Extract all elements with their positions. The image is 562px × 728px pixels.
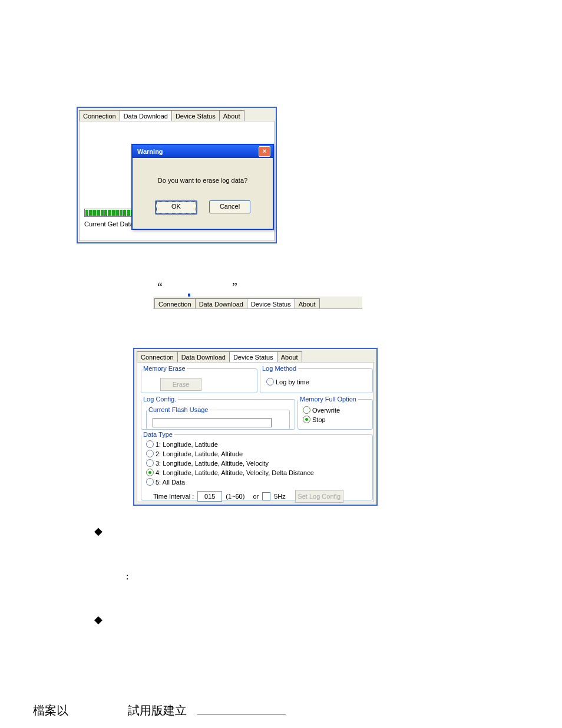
memory-full-option-group: Memory Full Option Overwrite Stop: [297, 396, 373, 430]
time-interval-label: Time Interval :: [153, 493, 194, 500]
radio-icon[interactable]: [303, 406, 310, 414]
tab-about[interactable]: About: [219, 110, 244, 122]
dialog-titlebar[interactable]: Warning ×: [133, 145, 273, 158]
data-download-window: Connection Data Download Device Status A…: [77, 107, 277, 243]
radio-icon[interactable]: [146, 469, 154, 476]
datatype-option-4: 4: Longitude, Latitude, Altitude, Veloci…: [156, 469, 314, 476]
close-icon[interactable]: ×: [259, 146, 270, 157]
ok-button[interactable]: OK: [155, 200, 197, 215]
tab-data-download[interactable]: Data Download: [120, 110, 172, 122]
tab-row: Connection Data Download Device Status A…: [79, 110, 244, 122]
quote-mark-left: “: [157, 281, 163, 294]
five-hz-label: 5Hz: [274, 493, 286, 500]
footer-text-mid: 試用版建立: [128, 703, 187, 719]
tab-row: Connection Data Download Device Status A…: [137, 351, 302, 363]
current-get-data-label: Current Get Data:: [84, 220, 135, 228]
tab-connection[interactable]: Connection: [137, 351, 178, 363]
device-status-window: Connection Data Download Device Status A…: [133, 348, 378, 506]
tab-about[interactable]: About: [277, 351, 302, 363]
mid-tab-strip: Connection Data Download Device Status A…: [153, 297, 362, 310]
tab-data-download[interactable]: Data Download: [177, 351, 230, 363]
datatype-option-5: 5: All Data: [156, 479, 185, 486]
diamond-bullet-icon: ◆: [94, 525, 103, 538]
tab-body: Memory Erase Erase Log Method Log by tim…: [137, 362, 374, 502]
log-method-legend: Log Method: [260, 365, 298, 372]
footer-underline: [197, 714, 286, 714]
tab-body: Current Get Data: Warning × Do you want …: [79, 121, 275, 241]
tab-device-status[interactable]: Device Status: [229, 351, 277, 363]
quote-mark-right: ”: [232, 281, 237, 294]
footer-text-left: 檔案以: [33, 703, 68, 719]
diamond-bullet-icon: ◆: [94, 613, 103, 626]
memory-full-option-legend: Memory Full Option: [298, 396, 358, 403]
five-hz-checkbox[interactable]: [262, 492, 270, 500]
tab-device-status[interactable]: Device Status: [171, 110, 220, 122]
datatype-option-2: 2: Longitude, Latitude, Altitude: [156, 450, 243, 457]
log-method-group: Log Method Log by time: [260, 365, 373, 393]
datatype-option-3: 3: Longitude, Latitude, Altitude, Veloci…: [156, 460, 269, 467]
radio-icon[interactable]: [146, 450, 154, 457]
radio-icon[interactable]: [146, 440, 154, 448]
time-interval-input[interactable]: 015: [197, 491, 222, 502]
current-flash-usage-legend: Current Flash Usage: [147, 406, 210, 413]
memory-erase-group: Memory Erase Erase: [141, 365, 257, 393]
warning-dialog: Warning × Do you want to erase log data?…: [131, 144, 274, 230]
progress-bar: [84, 209, 135, 217]
stop-label: Stop: [312, 416, 326, 423]
cancel-button[interactable]: Cancel: [209, 200, 250, 213]
overwrite-label: Overwrite: [312, 407, 340, 414]
log-by-time-label: Log by time: [276, 378, 309, 386]
memory-erase-legend: Memory Erase: [141, 365, 187, 372]
datatype-option-1: 1: Longitude, Latitude: [156, 441, 218, 448]
log-config-group: Log Config. Current Flash Usage: [141, 396, 295, 430]
dialog-message: Do you want to erase log data?: [158, 177, 247, 184]
flash-usage-bar: [153, 418, 272, 427]
or-label: or: [253, 493, 259, 500]
radio-icon[interactable]: [303, 416, 310, 423]
data-type-group: Data Type 1: Longitude, Latitude 2: Long…: [141, 431, 373, 500]
time-range-label: (1~60): [226, 493, 244, 500]
log-config-legend: Log Config.: [141, 396, 178, 403]
dialog-title: Warning: [135, 148, 163, 155]
colon-icon: :: [126, 571, 128, 582]
set-log-config-button[interactable]: Set Log Config: [295, 490, 343, 503]
radio-icon[interactable]: [146, 478, 154, 486]
radio-icon[interactable]: [146, 459, 154, 467]
tab-connection[interactable]: Connection: [79, 110, 120, 122]
radio-icon[interactable]: [266, 378, 274, 386]
current-flash-usage-group: Current Flash Usage: [146, 406, 290, 430]
erase-button[interactable]: Erase: [160, 378, 201, 391]
data-type-legend: Data Type: [141, 431, 174, 438]
